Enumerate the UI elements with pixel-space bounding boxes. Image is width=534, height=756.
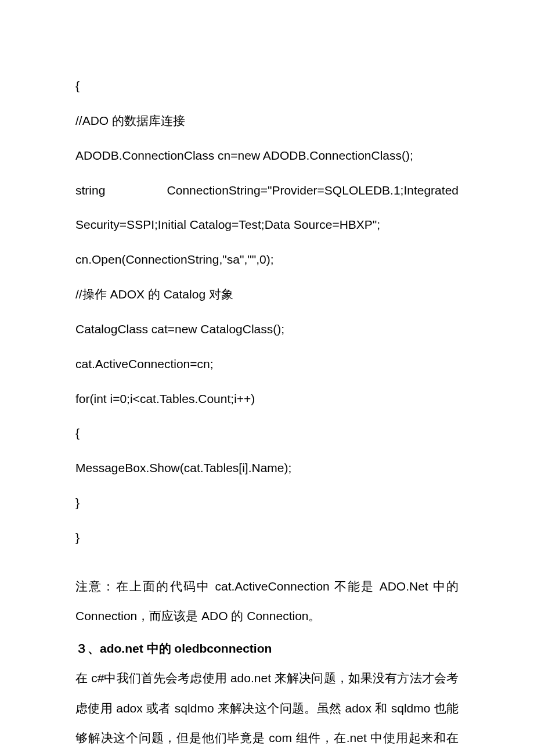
code-line-cn-open: cn.Open(ConnectionString,"sa","",0); (75, 242, 459, 277)
code-line-loop-close-brace: } (75, 485, 459, 520)
code-line-connection-class: ADODB.ConnectionClass cn=new ADODB.Conne… (75, 138, 459, 173)
note-paragraph: 注意：在上面的代码中 cat.ActiveConnection 不能是 ADO.… (75, 571, 459, 631)
section-heading: ３、ado.net 中的 oledbconnection (75, 633, 459, 663)
code-line-comment-adox: //操作 ADOX 的 Catalog 对象 (75, 277, 459, 312)
code-line-close-brace: } (75, 520, 459, 555)
code-line-active-connection: cat.ActiveConnection=cn; (75, 347, 459, 381)
code-line-open-brace: { (75, 69, 459, 103)
code-line-loop-open-brace: { (75, 416, 459, 451)
code-line-for-loop: for(int i=0;i<cat.Tables.Count;i++) (75, 381, 459, 416)
code-line-catalog-class: CatalogClass cat=new CatalogClass(); (75, 312, 459, 347)
body-paragraph: 在 c#中我们首先会考虑使用 ado.net 来解决问题，如果没有方法才会考虑使… (75, 663, 459, 756)
code-token-connstring-part: ConnectionString="Provider=SQLOLEDB.1;In… (167, 173, 459, 208)
code-line-messagebox: MessageBox.Show(cat.Tables[i].Name); (75, 451, 459, 485)
code-line-connection-string-2: Security=SSPI;Initial Catalog=Test;Data … (75, 207, 459, 242)
code-token-string-keyword: string (75, 173, 105, 208)
code-line-connection-string-1: string ConnectionString="Provider=SQLOLE… (75, 173, 459, 208)
document-page: { //ADO 的数据库连接 ADODB.ConnectionClass cn=… (0, 0, 534, 756)
code-line-comment-ado: //ADO 的数据库连接 (75, 103, 459, 138)
